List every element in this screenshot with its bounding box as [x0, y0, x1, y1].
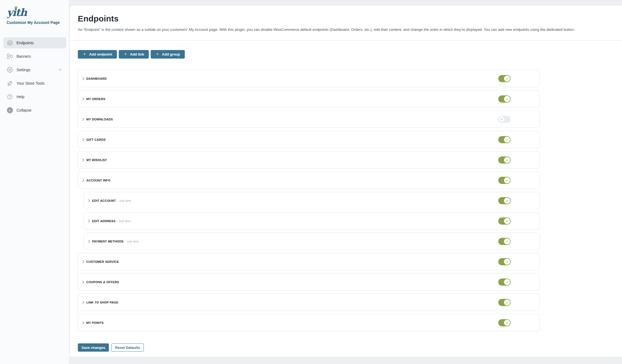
sidebar-item-label: Banners — [16, 54, 31, 59]
sidebar-item-banners[interactable]: Banners — [3, 51, 66, 62]
svg-text:yith: yith — [7, 6, 27, 18]
toggle-knob — [504, 157, 510, 163]
endpoint-row-my-downloads[interactable]: MY DOWNLOADS — [78, 111, 540, 128]
add-group-label: Add group — [162, 52, 180, 56]
toggle-knob — [504, 218, 510, 224]
endpoint-row-my-wishlist[interactable]: MY WISHLIST — [78, 151, 540, 169]
endpoint-label: MY POINTS — [86, 321, 104, 324]
chevron-right-icon[interactable] — [80, 96, 86, 102]
check-icon — [505, 301, 509, 304]
chevron-right-icon[interactable] — [86, 198, 92, 204]
add-group-button[interactable]: Add group — [151, 50, 185, 59]
sidebar-item-label: Collapse — [16, 108, 31, 112]
endpoint-toggle[interactable] — [498, 156, 511, 164]
chevron-right-icon[interactable] — [80, 157, 86, 163]
endpoint-row-edit-account[interactable]: EDIT ACCOUNT sub item — [84, 192, 540, 209]
chevron-right-icon[interactable] — [80, 299, 86, 305]
add-link-label: Add link — [130, 52, 144, 56]
toggle-knob — [504, 279, 510, 285]
banners-icon — [7, 53, 13, 59]
page-description: An “Endpoint” is the content shown as a … — [78, 27, 617, 32]
help-icon — [7, 94, 13, 100]
toggle-knob — [504, 259, 510, 265]
toggle-knob — [504, 198, 510, 204]
check-icon — [505, 179, 509, 182]
endpoint-row-gift-cards[interactable]: GIFT CARDS — [78, 131, 540, 148]
layers-icon — [7, 40, 13, 46]
endpoint-toggle[interactable] — [498, 319, 511, 326]
endpoint-row-my-points[interactable]: MY POINTS — [78, 314, 540, 331]
check-icon — [505, 240, 509, 243]
endpoint-row-my-orders[interactable]: MY ORDERS — [78, 90, 540, 107]
check-icon — [505, 219, 509, 223]
endpoint-toggle[interactable] — [498, 95, 511, 103]
chevron-right-icon[interactable] — [80, 76, 86, 82]
plus-icon — [155, 52, 159, 57]
endpoint-label: EDIT ADDRESS — [92, 219, 115, 223]
chevron-right-icon[interactable] — [86, 238, 92, 244]
sidebar: yith Customize My Account Page Endpoints — [0, 0, 69, 364]
toggle-knob — [499, 116, 505, 122]
add-endpoint-button[interactable]: Add endpoint — [78, 50, 117, 59]
toggle-knob — [504, 177, 510, 183]
sidebar-item-help[interactable]: Help — [3, 91, 66, 102]
plus-icon — [123, 52, 128, 57]
toggle-knob — [504, 76, 510, 82]
chevron-right-icon[interactable] — [80, 320, 86, 326]
endpoint-toggle[interactable] — [498, 278, 511, 286]
endpoint-toggle[interactable] — [498, 116, 511, 123]
endpoint-toggle[interactable] — [498, 299, 511, 306]
endpoint-toggle[interactable] — [498, 197, 511, 204]
toggle-knob — [504, 238, 510, 244]
toggle-knob — [504, 96, 510, 102]
toggle-knob — [504, 299, 510, 305]
endpoint-toggle[interactable] — [498, 75, 511, 82]
sub-item-tag: sub item — [127, 240, 139, 243]
endpoint-toggle[interactable] — [498, 238, 511, 245]
chevron-down-icon[interactable] — [58, 68, 62, 72]
collapse-icon — [7, 107, 13, 113]
add-endpoint-label: Add endpoint — [89, 52, 112, 56]
endpoint-toggle[interactable] — [498, 258, 511, 265]
check-icon — [505, 138, 509, 141]
sidebar-item-settings[interactable]: Settings — [3, 64, 66, 75]
check-icon — [505, 199, 509, 202]
endpoint-row-payment-methods[interactable]: PAYMENT METHODS sub item — [84, 233, 540, 250]
endpoint-toggle[interactable] — [498, 136, 511, 143]
endpoint-toggle[interactable] — [498, 217, 511, 225]
endpoint-label: CUSTOMER SERVICE — [86, 260, 119, 263]
sidebar-item-collapse[interactable]: Collapse — [3, 105, 66, 116]
sidebar-item-endpoints[interactable]: Endpoints — [3, 37, 66, 48]
sidebar-item-label: Settings — [16, 68, 31, 72]
chevron-right-icon[interactable] — [80, 137, 86, 143]
yith-logo-image: yith — [7, 5, 34, 19]
endpoint-label: MY WISHLIST — [86, 158, 107, 162]
chevron-right-icon[interactable] — [86, 218, 92, 224]
endpoint-row-link-to-shop-page[interactable]: LINK TO SHOP PAGE — [78, 294, 540, 311]
chevron-right-icon[interactable] — [80, 279, 86, 285]
check-icon — [505, 280, 509, 284]
page-content: Add endpoint Add link Add group — [70, 41, 622, 352]
sidebar-item-your-store-tools[interactable]: Your Store Tools — [3, 78, 66, 89]
endpoint-row-customer-service[interactable]: CUSTOMER SERVICE — [78, 253, 540, 270]
sidebar-item-label: Endpoints — [16, 41, 34, 45]
check-icon — [505, 158, 509, 162]
endpoint-label: GIFT CARDS — [86, 138, 106, 141]
x-icon — [500, 118, 503, 121]
endpoint-row-dashboard[interactable]: DASHBOARD — [78, 70, 540, 87]
add-link-button[interactable]: Add link — [119, 50, 149, 59]
chevron-right-icon[interactable] — [80, 116, 86, 122]
endpoint-label: ACCOUNT INFO — [86, 179, 111, 182]
reset-defaults-button[interactable]: Reset Defaults — [111, 343, 144, 352]
endpoint-row-account-info[interactable]: ACCOUNT INFO — [78, 172, 540, 189]
endpoint-label: PAYMENT METHODS — [92, 240, 124, 243]
endpoint-label: MY ORDERS — [86, 97, 105, 101]
footer-actions: Save changes Reset Defaults — [78, 343, 622, 352]
save-changes-button[interactable]: Save changes — [78, 343, 109, 352]
endpoint-row-edit-address[interactable]: EDIT ADDRESS sub item — [84, 212, 540, 230]
endpoint-toggle[interactable] — [498, 177, 511, 184]
chevron-right-icon[interactable] — [80, 259, 86, 265]
page-header: Endpoints An “Endpoint” is the content s… — [70, 5, 622, 41]
endpoint-row-coupons-offers[interactable]: COUPONS & OFFERS — [78, 273, 540, 291]
chevron-right-icon[interactable] — [80, 177, 86, 183]
